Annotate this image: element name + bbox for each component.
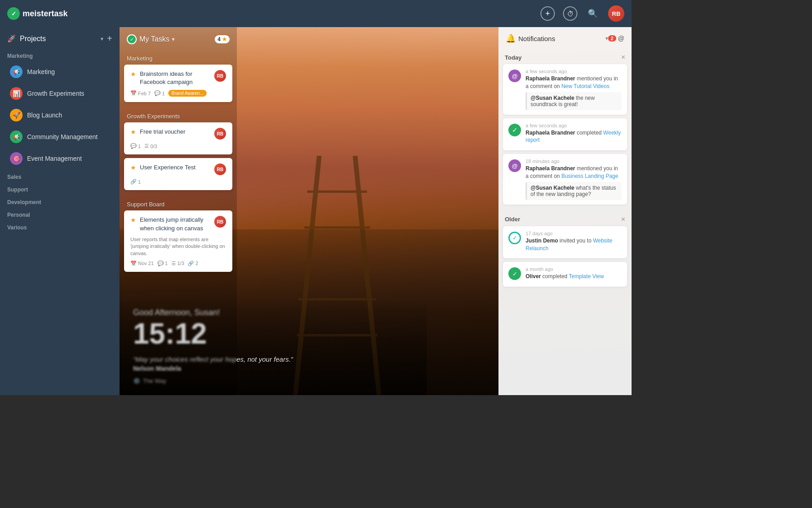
notif-text-2: Raphaela Brandner completed Weekly repor… xyxy=(526,129,622,144)
notif-content-3: 18 minutes ago Raphaela Brandner mention… xyxy=(526,158,622,200)
task-avatar-2: RB xyxy=(214,128,226,140)
search-button[interactable]: 🔍 xyxy=(586,6,600,21)
sidebar-item-blog-label: Blog Launch xyxy=(27,112,62,119)
notif-icon-mention-1: @ xyxy=(508,70,521,82)
notification-item-3[interactable]: @ 18 minutes ago Raphaela Brandner menti… xyxy=(503,154,627,205)
sidebar-item-blog-launch[interactable]: 🚀 Blog Launch xyxy=(3,105,117,126)
sidebar-item-event-label: Event Management xyxy=(27,155,82,162)
tasks-title: My Tasks xyxy=(139,35,169,43)
sidebar-item-marketing[interactable]: 📢 Marketing xyxy=(3,61,117,82)
notif-older-label: Older xyxy=(505,216,520,223)
avatar[interactable]: RB xyxy=(608,5,624,22)
task-avatar-4: RB xyxy=(214,216,226,228)
sidebar-item-community-management[interactable]: 📢 Community Management xyxy=(3,126,117,147)
notif-icon-complete-1: ✓ xyxy=(508,124,521,136)
task-star-icon-2: ★ xyxy=(130,128,136,135)
topbar: ✓ meistertask + ⏱ 🔍 RB xyxy=(0,0,632,27)
notifications-chevron[interactable]: ▾ xyxy=(605,35,608,42)
sidebar: 🚀 Projects ▾ + Marketing 📢 Marketing 📊 G… xyxy=(0,27,120,395)
notifications-header: 🔔 Notifications ▾ 2 @ xyxy=(498,27,632,48)
notification-item-1[interactable]: @ a few seconds ago Raphaela Brandner me… xyxy=(503,64,627,115)
task-card-free-trial[interactable]: ★ Free trial voucher RB 💬 1 ☰ 0/3 xyxy=(124,122,232,154)
attachment-icon-2: 🔗 xyxy=(188,261,194,266)
blog-icon: 🚀 xyxy=(10,109,23,121)
notif-icon-mention-2: @ xyxy=(508,159,521,172)
marketing-icon: 📢 xyxy=(10,65,23,78)
task-title-free-trial: Free trial voucher xyxy=(140,128,211,136)
sidebar-section-marketing: Marketing xyxy=(0,48,120,61)
task-star-icon-4: ★ xyxy=(130,216,136,224)
task-card-facebook[interactable]: ★ Brainstorm ideas for Facebook campaign… xyxy=(124,65,232,102)
notification-item-4[interactable]: ✓ 17 days ago Justin Demo invited you to… xyxy=(503,226,627,259)
tasks-title-area: ✓ My Tasks ▾ xyxy=(127,34,211,44)
calendar-icon: 📅 xyxy=(130,90,137,96)
sidebar-projects-label: Projects xyxy=(20,35,97,43)
add-button[interactable]: + xyxy=(540,6,555,21)
bell-icon: 🔔 xyxy=(506,33,516,43)
task-date-2: 📅 Nov 21 xyxy=(130,261,154,266)
notifications-today-section: Today × @ a few seconds ago Raphaela Bra… xyxy=(498,48,632,210)
task-avatar-3: RB xyxy=(214,163,226,175)
task-card-ux-test[interactable]: ★ User Experience Test RB 🔗 1 xyxy=(124,158,232,190)
tasks-chevron[interactable]: ▾ xyxy=(172,36,175,42)
task-comments: 💬 1 xyxy=(154,90,165,96)
rocket-icon: 🚀 xyxy=(7,34,16,43)
app-name: meistertask xyxy=(23,9,68,19)
tasks-section-support: Support Board ★ Elements jump irraticall… xyxy=(120,196,237,277)
task-attachment-2: 🔗 2 xyxy=(188,261,198,266)
notif-time-4: 17 days ago xyxy=(526,231,622,236)
calendar-icon-2: 📅 xyxy=(130,261,137,266)
event-icon: 🎯 xyxy=(10,152,23,165)
notif-content-4: 17 days ago Justin Demo invited you to W… xyxy=(526,231,622,254)
notification-item-5[interactable]: ✓ a month ago Oliver completed Template … xyxy=(503,262,627,287)
sidebar-item-marketing-label: Marketing xyxy=(27,68,55,75)
notif-today-label: Today xyxy=(505,54,521,61)
notifications-older-section: Older × ✓ 17 days ago Justin Demo invite… xyxy=(498,210,632,292)
tasks-section-growth-label: Growth Experiments xyxy=(120,109,237,122)
community-icon: 📢 xyxy=(10,130,23,143)
notif-time-1: a few seconds ago xyxy=(526,69,622,74)
notifications-panel: 🔔 Notifications ▾ 2 @ Today × @ a few se… xyxy=(498,27,632,395)
task-comments-3: 💬 1 xyxy=(157,261,168,266)
task-title-ux-test: User Experience Test xyxy=(140,163,211,172)
attachment-icon: 🔗 xyxy=(130,179,137,185)
comment-icon-3: 💬 xyxy=(157,261,164,266)
projects-chevron[interactable]: ▾ xyxy=(101,36,103,42)
notif-bubble-2: @Susan Kachele what's the status of the … xyxy=(526,182,622,200)
notif-time-3: 18 minutes ago xyxy=(526,158,622,164)
notif-icon-complete-2: ✓ xyxy=(508,267,521,280)
notif-content-1: a few seconds ago Raphaela Brandner ment… xyxy=(526,69,622,110)
topbar-icons: + ⏱ 🔍 RB xyxy=(540,5,624,22)
tasks-badge: 4 ★ xyxy=(215,35,230,43)
main-layout: 🚀 Projects ▾ + Marketing 📢 Marketing 📊 G… xyxy=(0,27,632,395)
add-project-button[interactable]: + xyxy=(107,33,112,44)
task-title-facebook: Brainstorm ideas for Facebook campaign xyxy=(140,70,211,86)
tasks-header: ✓ My Tasks ▾ 4 ★ xyxy=(120,27,237,50)
at-symbol: @ xyxy=(618,35,624,42)
notif-text-4: Justin Demo invited you to Website Relau… xyxy=(526,237,622,252)
sidebar-section-support: Support xyxy=(0,182,120,195)
tasks-section-support-label: Support Board xyxy=(120,197,237,210)
notification-item-2[interactable]: ✓ a few seconds ago Raphaela Brandner co… xyxy=(503,118,627,151)
notifications-title: Notifications xyxy=(518,35,605,42)
sidebar-item-event-management[interactable]: 🎯 Event Management xyxy=(3,148,117,169)
notif-older-close[interactable]: × xyxy=(621,215,625,224)
checklist-icon: ☰ xyxy=(144,143,149,149)
logo-icon: ✓ xyxy=(7,7,20,20)
sidebar-item-community-label: Community Management xyxy=(27,133,97,140)
task-date: 📅 Feb 7 xyxy=(130,90,151,96)
content-area: Good Afternoon, Susan! 15:12 “May your c… xyxy=(120,27,632,395)
task-checklist: ☰ 0/3 xyxy=(144,143,157,149)
comment-icon: 💬 xyxy=(154,90,161,96)
task-tag: Brand Awaren... xyxy=(168,90,207,97)
notif-today-close[interactable]: × xyxy=(621,53,625,61)
task-attachment: 🔗 1 xyxy=(130,179,141,185)
sidebar-item-growth-experiments[interactable]: 📊 Growth Experiments xyxy=(3,83,117,104)
task-meta-2: 💬 1 ☰ 0/3 xyxy=(130,143,226,149)
task-comments-2: 💬 1 xyxy=(130,143,141,149)
timer-button[interactable]: ⏱ xyxy=(563,6,577,21)
checklist-icon-2: ☰ xyxy=(171,261,176,266)
tasks-check-icon: ✓ xyxy=(127,34,137,44)
task-card-canvas[interactable]: ★ Elements jump irratically when clickin… xyxy=(124,210,232,272)
task-title-canvas: Elements jump irratically when clicking … xyxy=(140,216,211,232)
